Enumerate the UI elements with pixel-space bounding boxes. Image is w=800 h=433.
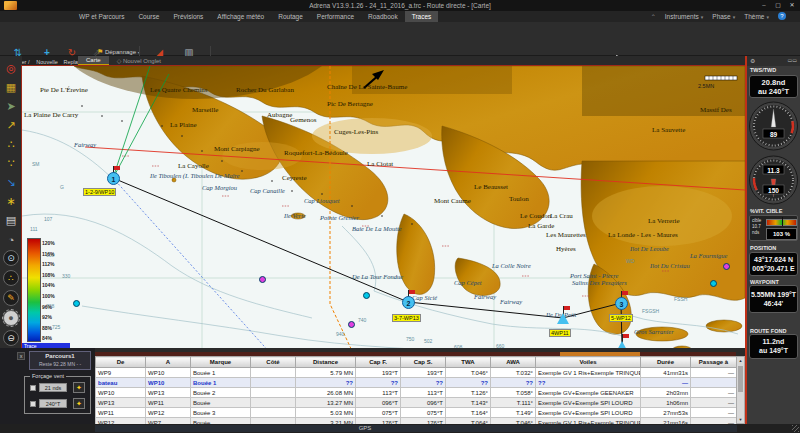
table-cell[interactable]: — [691,398,737,408]
table-column-header[interactable]: Marque [191,357,251,368]
table-cell[interactable]: T.111° [491,398,536,408]
table-cell[interactable]: T.164° [446,408,491,418]
table-column-header[interactable]: A [146,357,191,368]
gear-icon[interactable]: ⚙ [750,57,755,64]
maximize-button[interactable]: ▢ [772,1,784,9]
target-speed-panel[interactable]: cible 10.7 nds 103 % [749,215,798,241]
legs-table[interactable]: DeAMarqueCôtéDistanceCap F.Cap S.TWAAWAV… [95,356,737,428]
table-cell[interactable]: 113°T [401,388,446,398]
waypoint-marks-icon[interactable]: ∗ [3,193,20,210]
table-column-header[interactable]: Cap F. [356,357,401,368]
chart-icon[interactable]: ▦ [3,79,20,96]
table-column-header[interactable]: Distance [296,357,356,368]
zoom-points-icon[interactable]: ∴ [3,270,19,286]
table-cell[interactable]: Bouée 3 [191,408,251,418]
table-column-header[interactable]: De [96,357,146,368]
waypoint-group-icon[interactable]: ∵ [3,155,20,172]
table-cell[interactable]: — [691,408,737,418]
depannage-button[interactable]: ⚑ Dépannage ▾ [97,48,140,56]
waypoint-route-icon[interactable]: ↗ [3,117,20,134]
table-cell[interactable]: WP11 [146,398,191,408]
table-cell[interactable]: WP10 [146,368,191,378]
table-cell[interactable]: ?? [296,378,356,388]
pan-icon[interactable]: ● [3,310,19,326]
table-column-header[interactable]: Voiles [536,357,641,368]
table-cell[interactable]: — [641,378,691,388]
table-row[interactable]: WP11WP12Bouée 35.03 MN075°T075°TT.164°T.… [96,408,737,418]
table-cell[interactable] [251,398,296,408]
table-cell[interactable]: — [691,368,737,378]
table-cell[interactable]: WP12 [146,408,191,418]
table-cell[interactable]: T.032° [491,368,536,378]
table-cell[interactable]: Exemple GV+Exemple GEENAKER [536,388,641,398]
table-cell[interactable]: 193°T [356,368,401,378]
menu-tab[interactable]: Roadbook [361,11,405,22]
table-cell[interactable]: WP11 [96,408,146,418]
table-cell[interactable]: 193°T [401,368,446,378]
waypoint-arrow-icon[interactable]: ↘ [3,174,20,191]
table-cell[interactable]: Exemple GV 1 Ris+Exemple TRINQUETTE [536,368,641,378]
table-cell[interactable] [251,388,296,398]
wind-compass-gauge[interactable]: 89 [748,100,799,152]
speed-heading-gauge[interactable]: 11.3 150 [748,154,799,206]
menu-tab[interactable]: WP et Parcours [72,11,131,22]
table-cell[interactable]: 41mn31s [641,368,691,378]
table-row[interactable]: WP10WP13Bouée 226.08 MN113°T113°TT.126°T… [96,388,737,398]
table-cell[interactable]: 075°T [401,408,446,418]
waypoint-marker[interactable]: 2 [402,296,415,309]
menu-tab[interactable]: Course [131,11,166,22]
table-cell[interactable]: 096°T [356,398,401,408]
table-cell[interactable]: bateau [96,378,146,388]
route-fond-value[interactable]: 11.2nd au 149°T [749,334,798,359]
table-cell[interactable]: ?? [446,378,491,388]
waypoint-pair-icon[interactable]: ∴ [3,136,20,153]
tab-carte[interactable]: Carte [78,56,109,65]
waypoint-marker[interactable]: 3 [615,297,628,310]
compass-icon[interactable]: ◔ [3,231,20,248]
scroll-down-icon[interactable]: ▼ [737,417,744,422]
menu-tab[interactable]: Affichage météo [210,11,271,22]
table-cell[interactable]: — [691,388,737,398]
zoom-out-icon[interactable]: ⊖ [3,330,19,346]
wind-dir-field[interactable]: 240°T [39,399,67,408]
table-column-header[interactable]: Cap S. [401,357,446,368]
lifebuoy-icon[interactable]: ◎ [3,60,20,77]
table-cell[interactable]: 2h03mn [641,388,691,398]
table-column-header[interactable]: TWA [446,357,491,368]
close-button[interactable]: ✕ [786,1,798,9]
table-column-header[interactable]: AWA [491,357,536,368]
table-row[interactable]: WP9WP10Bouée 15.79 MN193°T193°TT.046°T.0… [96,368,737,378]
table-cell[interactable]: WP13 [96,398,146,408]
boat-motor-icon[interactable]: ➤ [3,98,20,115]
table-cell[interactable] [251,378,296,388]
table-cell[interactable]: ?? [401,378,446,388]
zoom-draw-icon[interactable]: ✎ [3,290,19,306]
menu-tab[interactable]: Performance [310,11,361,22]
table-cell[interactable]: 27mn53s [641,408,691,418]
menu-right-item[interactable]: Phase▾ [712,13,735,20]
menu-right-item[interactable]: Thème▾ [744,13,769,20]
table-cell[interactable]: T.126° [446,388,491,398]
notes-icon[interactable]: ▤ [3,212,20,229]
wind-speed-picker-button[interactable]: ✦ [73,382,85,393]
table-cell[interactable]: WP13 [146,388,191,398]
nautical-chart[interactable]: Pte De L'ÉrevineLa Plaine De CarryLes Qu… [22,66,745,355]
waypoint-marker[interactable] [557,313,569,324]
table-row[interactable]: bateauWP10Bouée 1????????????— [96,378,737,388]
table-cell[interactable]: Bouée 1 [191,368,251,378]
table-column-header[interactable]: Durée [641,357,691,368]
scrollbar-thumb[interactable] [738,366,743,392]
table-cell[interactable]: WP9 [96,368,146,378]
table-cell[interactable]: ?? [536,378,641,388]
minimize-button[interactable]: – [758,1,770,9]
tws-twd-value[interactable]: 20.8nd au 240°T [749,75,798,98]
position-value[interactable]: 43°17.624 N 005°20.471 E [749,252,798,276]
route-panel-close-button[interactable]: x [17,352,25,360]
menu-tab[interactable]: Prévisions [166,11,210,22]
table-cell[interactable]: Bouée 2 [191,388,251,398]
table-cell[interactable]: 1h06mn [641,398,691,408]
panel-list-icon[interactable]: ▭▭ [788,57,797,63]
menu-right-item[interactable]: Instruments▾ [665,13,703,20]
menu-tab[interactable]: Traces [405,11,439,22]
table-cell[interactable]: Exemple GV+Exemple SPI LOURD [536,398,641,408]
